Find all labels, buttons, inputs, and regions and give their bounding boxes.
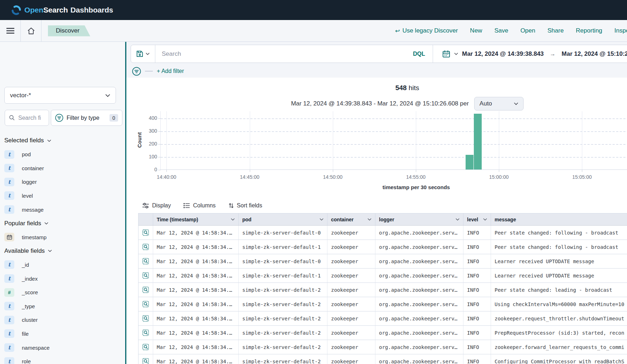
cell-message: zookeeper.request_throttler.shutdownTime… xyxy=(491,311,627,325)
field-section-label: Available fields xyxy=(4,247,45,255)
expand-document-icon xyxy=(142,343,149,351)
search-input[interactable] xyxy=(162,50,391,58)
cell-container: zookeeper xyxy=(327,340,375,354)
home-button[interactable] xyxy=(21,20,41,41)
field-name: namespace xyxy=(22,345,50,351)
nav-link-inspect[interactable]: Inspect xyxy=(614,27,627,34)
date-range-end[interactable]: Mar 12, 2024 @ 15:10:26.608 xyxy=(562,50,627,58)
column-header-logger[interactable]: logger xyxy=(375,213,463,225)
expand-document-button[interactable] xyxy=(138,311,153,325)
field-item-logger[interactable]: tlogger xyxy=(4,178,37,186)
field-name: cluster xyxy=(22,317,38,323)
calendar-icon[interactable] xyxy=(442,50,450,58)
chevron-down-icon xyxy=(454,53,458,55)
cell-logger: org.apache.zookeeper.serv… xyxy=(375,326,463,340)
field-item-_index[interactable]: t_index xyxy=(4,274,38,283)
column-label: Time (timestamp) xyxy=(157,217,198,222)
interval-select[interactable]: Auto xyxy=(474,97,524,110)
expand-document-button[interactable] xyxy=(138,354,153,364)
histogram-bar[interactable] xyxy=(474,114,482,169)
saved-query-button[interactable] xyxy=(131,45,155,63)
x-gridline xyxy=(582,111,582,169)
field-item-role[interactable]: trole xyxy=(4,357,31,364)
chevron-down-icon xyxy=(47,139,51,142)
column-header-pod[interactable]: pod xyxy=(239,213,327,225)
y-gridline xyxy=(161,118,627,119)
field-section-available-fields[interactable]: Available fields xyxy=(4,247,52,255)
table-body: Mar 12, 2024 @ 14:58:34.…simple-zk-serve… xyxy=(138,226,627,364)
column-header-level[interactable]: level xyxy=(463,213,491,225)
field-item-cluster[interactable]: tcluster xyxy=(4,316,38,324)
cell-pod: simple-zk-server-default-2 xyxy=(239,340,327,354)
expand-document-button[interactable] xyxy=(138,240,153,254)
field-name: message xyxy=(22,207,44,213)
columns-button[interactable]: Columns xyxy=(184,202,215,209)
cell-pod: simple-zk-server-default-0 xyxy=(239,254,327,268)
histogram-bar[interactable] xyxy=(466,155,473,169)
expand-document-button[interactable] xyxy=(138,226,153,240)
app-title: OpenSearchDashboards xyxy=(24,6,113,14)
column-header-message[interactable]: message xyxy=(491,213,627,225)
column-label: message xyxy=(495,217,516,222)
field-item-pod[interactable]: tpod xyxy=(4,150,31,159)
expand-document-button[interactable] xyxy=(138,326,153,340)
calendar-icon xyxy=(7,235,12,240)
x-tick xyxy=(582,170,582,172)
y-tick xyxy=(158,157,161,157)
cell-container: zookeeper xyxy=(327,326,375,340)
x-tick xyxy=(250,170,250,172)
field-item-file[interactable]: tfile xyxy=(4,329,29,338)
expand-document-button[interactable] xyxy=(138,297,153,311)
expand-document-button[interactable] xyxy=(138,283,153,297)
date-type-badge xyxy=(4,233,14,241)
field-section-selected-fields[interactable]: Selected fields xyxy=(4,136,51,145)
field-item-namespace[interactable]: tnamespace xyxy=(4,343,50,352)
cell-logger: org.apache.zookeeper.serv… xyxy=(375,311,463,325)
column-header-container[interactable]: container xyxy=(327,213,375,225)
nav-link-save[interactable]: Save xyxy=(494,27,508,34)
nav-link-share[interactable]: Share xyxy=(548,27,564,34)
cell-level: INFO xyxy=(463,283,491,297)
field-item-_id[interactable]: t_id xyxy=(4,260,29,269)
field-item-_score[interactable]: #_score xyxy=(4,288,38,297)
cell-message: Learner received UPTODATE message xyxy=(491,269,627,282)
field-item-_type[interactable]: t_type xyxy=(4,302,35,310)
x-tick xyxy=(416,170,416,172)
date-range-start[interactable]: Mar 12, 2024 @ 14:39:38.843 xyxy=(462,50,544,58)
field-item-message[interactable]: tmessage xyxy=(4,205,44,214)
expand-document-icon xyxy=(142,329,149,336)
cell-message: Peer state changed: following - broadcas… xyxy=(491,226,627,240)
sort-fields-button[interactable]: Sort fields xyxy=(229,202,262,209)
expand-document-button[interactable] xyxy=(138,340,153,354)
cell-level: INFO xyxy=(463,269,491,282)
nav-link-new[interactable]: New xyxy=(470,27,482,34)
column-label: level xyxy=(467,217,478,222)
cell-pod: simple-zk-server-default-2 xyxy=(239,326,327,340)
x-tick xyxy=(166,170,167,172)
add-filter-button[interactable]: + Add filter xyxy=(157,68,184,74)
expand-document-button[interactable] xyxy=(138,254,153,268)
query-language-button[interactable]: DQL xyxy=(413,45,425,63)
table-toolbar: Display Columns Sort fields xyxy=(142,200,262,212)
field-item-level[interactable]: tlevel xyxy=(4,191,33,200)
breadcrumb[interactable]: Discover xyxy=(48,25,90,36)
nav-link-use-legacy-discover[interactable]: ↩Use legacy Discover xyxy=(395,27,458,34)
sort-icon xyxy=(229,203,234,208)
y-gridline xyxy=(161,157,627,158)
field-section-popular-fields[interactable]: Popular fields xyxy=(4,219,48,228)
cell-time-timestamp-: Mar 12, 2024 @ 14:58:34.… xyxy=(153,340,239,354)
display-button[interactable]: Display xyxy=(142,202,171,209)
string-type-badge: t xyxy=(4,274,14,283)
columns-label: Columns xyxy=(193,202,215,209)
nav-link-open[interactable]: Open xyxy=(520,27,535,34)
field-item-container[interactable]: tcontainer xyxy=(4,164,44,172)
expand-document-icon xyxy=(142,315,149,322)
expand-document-button[interactable] xyxy=(138,269,153,282)
nav-link-reporting[interactable]: Reporting xyxy=(576,27,602,34)
filter-circle-icon[interactable] xyxy=(132,67,141,76)
field-item-timestamp[interactable]: timestamp xyxy=(4,233,47,241)
menu-button[interactable] xyxy=(0,20,20,41)
column-header-time-timestamp-[interactable]: Time (timestamp) xyxy=(153,213,239,225)
table-row: Mar 12, 2024 @ 14:58:34.…simple-zk-serve… xyxy=(138,340,627,354)
x-gridline xyxy=(416,111,416,169)
